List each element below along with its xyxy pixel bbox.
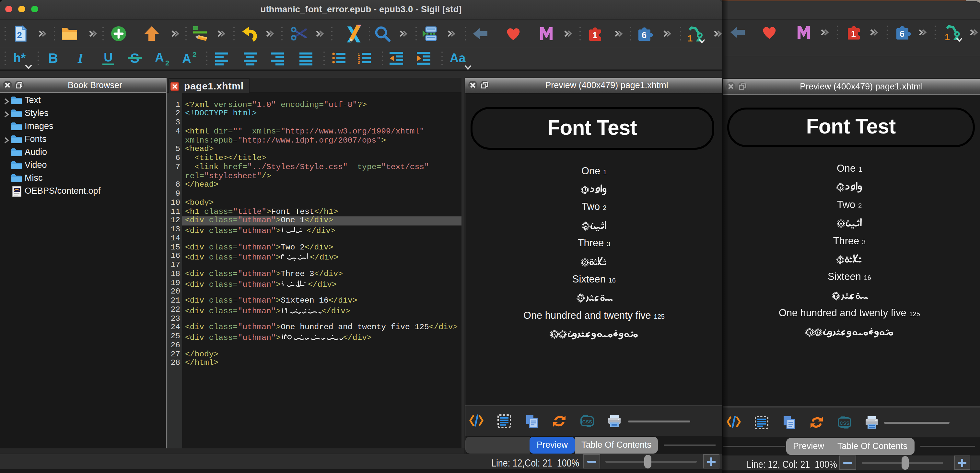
svg-text:2: 2 <box>16 30 22 40</box>
svg-text:I: I <box>78 51 84 66</box>
svg-text:A: A <box>154 51 163 64</box>
svg-text:3: 3 <box>358 60 360 65</box>
svg-text:1: 1 <box>688 33 693 42</box>
svg-text:U: U <box>103 51 112 64</box>
svg-text:CSS: CSS <box>582 419 592 424</box>
svg-text:h*: h* <box>13 51 25 65</box>
svg-text:6: 6 <box>642 30 646 40</box>
svg-text:CSS: CSS <box>839 421 850 426</box>
svg-text:A: A <box>182 52 191 65</box>
svg-text:B: B <box>48 51 58 66</box>
svg-text:1: 1 <box>592 30 597 40</box>
svg-text:2: 2 <box>165 59 169 67</box>
svg-text:Aa: Aa <box>450 51 466 65</box>
svg-text:2: 2 <box>192 51 196 59</box>
